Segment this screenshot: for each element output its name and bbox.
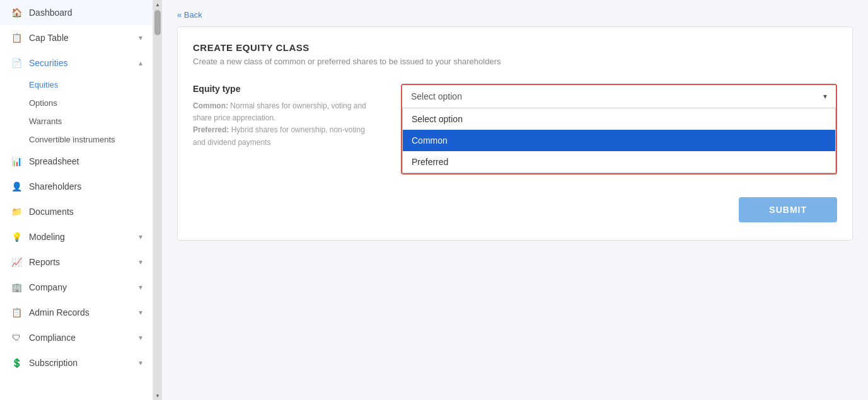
sidebar-item-label: Compliance (29, 333, 132, 343)
reports-icon: 📈 (10, 256, 23, 268)
scroll-thumb[interactable] (154, 10, 161, 35)
chevron-down-icon: ▾ (139, 308, 142, 317)
page-subtitle: Create a new class of common or preferre… (193, 57, 837, 66)
sidebar-item-modeling[interactable]: 💡 Modeling ▾ (0, 224, 153, 249)
chevron-down-icon: ▾ (139, 283, 142, 292)
sidebar-scrollbar[interactable]: ▲ ▼ (153, 0, 162, 400)
spreadsheet-icon: 📊 (10, 155, 23, 168)
preferred-desc-label: Preferred: (193, 125, 229, 134)
form-section: Equity type Common: Normal shares for ow… (193, 84, 837, 174)
sidebar-sub-options[interactable]: Options (0, 94, 153, 112)
back-bar: « Back (162, 0, 868, 26)
form-label-block: Equity type Common: Normal shares for ow… (193, 84, 376, 149)
sidebar-item-label: Admin Records (29, 307, 132, 317)
main-content: « Back CREATE EQUITY CLASS Create a new … (162, 0, 868, 400)
chevron-up-icon: ▴ (139, 59, 142, 67)
admin-records-icon: 📋 (10, 306, 23, 319)
sidebar-item-compliance[interactable]: 🛡 Compliance ▾ (0, 325, 153, 350)
scroll-up-arrow[interactable]: ▲ (154, 1, 161, 8)
shareholders-icon: 👤 (10, 180, 23, 193)
sidebar-item-securities[interactable]: 📄 Securities ▴ (0, 50, 153, 76)
dropdown-option-preferred[interactable]: Preferred (403, 151, 835, 173)
sidebar-sub-convertible[interactable]: Convertible instruments (0, 130, 153, 149)
modeling-icon: 💡 (10, 231, 23, 243)
page-title: CREATE EQUITY CLASS (193, 42, 837, 53)
chevron-down-icon: ▾ (139, 358, 142, 367)
form-field-label: Equity type (193, 84, 376, 94)
sidebar: 🏠 Dashboard 📋 Cap Table ▾ 📄 Securities ▴… (0, 0, 153, 400)
sidebar-item-subscription[interactable]: 💲 Subscription ▾ (0, 350, 153, 375)
dropdown-option-select[interactable]: Select option (403, 108, 835, 130)
chevron-down-icon: ▾ (139, 232, 142, 241)
sidebar-item-label: Subscription (29, 358, 132, 368)
sidebar-sub-warrants[interactable]: Warrants (0, 112, 153, 130)
sidebar-item-label: Cap Table (29, 33, 132, 43)
sidebar-item-label: Shareholders (29, 181, 142, 191)
subscription-icon: 💲 (10, 357, 23, 369)
equity-type-select-wrapper[interactable]: Select option ▾ Select option Common Pre… (401, 84, 837, 174)
company-icon: 🏢 (10, 281, 23, 294)
select-arrow-icon: ▾ (823, 92, 827, 101)
sidebar-item-label: Modeling (29, 232, 132, 242)
sidebar-item-dashboard[interactable]: 🏠 Dashboard (0, 0, 153, 25)
sidebar-item-label: Securities (29, 58, 132, 68)
documents-icon: 📁 (10, 205, 23, 218)
scroll-down-arrow[interactable]: ▼ (154, 392, 161, 399)
main-scroll: « Back CREATE EQUITY CLASS Create a new … (162, 0, 868, 400)
chevron-down-icon: ▾ (139, 33, 142, 42)
sidebar-item-label: Company (29, 282, 132, 292)
equity-type-select-display[interactable]: Select option ▾ (402, 85, 836, 108)
content-card: CREATE EQUITY CLASS Create a new class o… (177, 26, 853, 241)
submit-button[interactable]: SUBMIT (739, 197, 837, 222)
form-field-description: Common: Normal shares for ownership, vot… (193, 100, 376, 149)
sidebar-item-spreadsheet[interactable]: 📊 Spreadsheet (0, 149, 153, 174)
sidebar-item-shareholders[interactable]: 👤 Shareholders (0, 174, 153, 199)
sidebar-item-label: Spreadsheet (29, 156, 142, 166)
form-control-block: Select option ▾ Select option Common Pre… (401, 84, 837, 174)
sidebar-item-label: Reports (29, 257, 132, 267)
compliance-icon: 🛡 (10, 331, 23, 344)
dashboard-icon: 🏠 (10, 6, 23, 19)
sidebar-item-label: Documents (29, 207, 142, 217)
dropdown-option-common[interactable]: Common (403, 130, 835, 151)
securities-icon: 📄 (10, 57, 23, 69)
back-button[interactable]: « Back (177, 10, 202, 20)
select-display-text: Select option (411, 91, 462, 101)
sidebar-item-label: Dashboard (29, 8, 142, 18)
sidebar-item-admin-records[interactable]: 📋 Admin Records ▾ (0, 300, 153, 325)
chevron-down-icon: ▾ (139, 333, 142, 342)
cap-table-icon: 📋 (10, 31, 23, 44)
dropdown-options: Select option Common Preferred (402, 108, 836, 173)
sidebar-item-documents[interactable]: 📁 Documents (0, 199, 153, 224)
sidebar-item-reports[interactable]: 📈 Reports ▾ (0, 249, 153, 275)
chevron-down-icon: ▾ (139, 258, 142, 266)
common-desc-label: Common: (193, 101, 228, 110)
sidebar-item-company[interactable]: 🏢 Company ▾ (0, 275, 153, 300)
submit-bar: SUBMIT (193, 190, 837, 225)
sidebar-item-cap-table[interactable]: 📋 Cap Table ▾ (0, 25, 153, 50)
sidebar-sub-equities[interactable]: Equities (0, 76, 153, 94)
